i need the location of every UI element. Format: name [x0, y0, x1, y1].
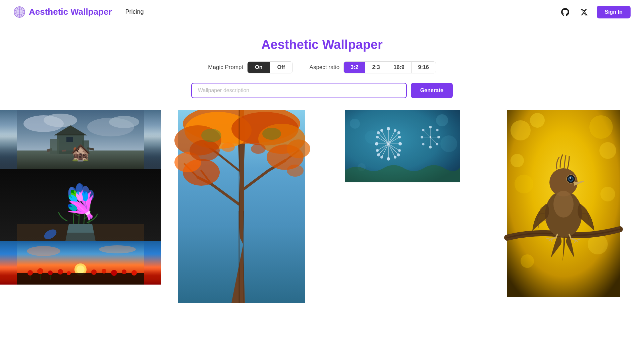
svg-point-142: [570, 177, 571, 179]
svg-line-24: [84, 194, 86, 224]
svg-line-54: [243, 211, 244, 303]
aspect-ratio-label: Aspect ratio: [310, 64, 340, 71]
svg-point-67: [287, 165, 304, 177]
svg-point-27: [69, 187, 74, 196]
svg-point-136: [521, 254, 534, 268]
ruins-image: [0, 110, 161, 169]
svg-point-130: [589, 115, 613, 139]
aspect-ratio-group: Aspect ratio 3:2 2:3 16:9 9:16: [310, 61, 436, 73]
sign-in-button[interactable]: Sign In: [597, 6, 631, 18]
ratio-16-9-button[interactable]: 16:9: [387, 62, 412, 73]
ratio-2-3-button[interactable]: 2:3: [365, 62, 387, 73]
svg-point-41: [48, 270, 53, 275]
list-item[interactable]: [161, 110, 322, 303]
gallery: [0, 110, 644, 303]
logo-area[interactable]: Aesthetic Wallpaper: [13, 6, 112, 18]
svg-point-129: [530, 113, 545, 128]
svg-line-23: [79, 192, 80, 224]
gallery-col-2: [161, 110, 322, 303]
autumn-tree-image: [161, 110, 322, 303]
github-button[interactable]: [559, 6, 571, 18]
toggle-on-button[interactable]: On: [248, 62, 270, 73]
toggle-group: On Off: [247, 61, 292, 73]
wallpaper-description-input[interactable]: [191, 83, 407, 98]
list-item[interactable]: [483, 110, 644, 297]
svg-point-143: [553, 191, 574, 218]
app-header: Aesthetic Wallpaper Pricing Sign In: [0, 0, 644, 24]
svg-point-133: [515, 175, 533, 193]
svg-point-36: [27, 246, 60, 256]
x-icon: [580, 8, 588, 16]
magic-prompt-label: Magic Prompt: [208, 64, 243, 71]
svg-point-35: [76, 265, 85, 274]
svg-line-22: [72, 196, 74, 224]
list-item[interactable]: [0, 241, 161, 285]
svg-point-30: [82, 186, 89, 197]
gallery-col-1: [0, 110, 161, 303]
svg-rect-38: [17, 273, 144, 285]
svg-point-45: [102, 269, 106, 274]
ratio-9-16-button[interactable]: 9:16: [412, 62, 436, 73]
svg-point-63: [287, 139, 310, 158]
header-right: Sign In: [559, 6, 631, 18]
ratio-3-2-button[interactable]: 3:2: [344, 62, 365, 73]
svg-rect-126: [345, 110, 460, 182]
svg-point-37: [99, 245, 136, 253]
svg-point-29: [76, 183, 82, 193]
generate-button[interactable]: Generate: [411, 83, 453, 98]
svg-point-44: [91, 269, 97, 275]
github-icon: [561, 8, 569, 16]
svg-point-48: [131, 270, 137, 276]
svg-point-47: [122, 269, 126, 274]
svg-point-39: [28, 270, 33, 276]
svg-point-68: [201, 129, 221, 142]
svg-point-128: [511, 120, 531, 140]
svg-point-134: [600, 187, 615, 201]
list-item[interactable]: [0, 110, 161, 169]
svg-point-69: [262, 128, 281, 140]
svg-rect-19: [17, 110, 144, 169]
toggle-off-button[interactable]: Off: [270, 62, 292, 73]
svg-point-131: [599, 142, 616, 159]
controls-row: Magic Prompt On Off Aspect ratio 3:2 2:3…: [208, 61, 436, 73]
gallery-col-4: [483, 110, 644, 303]
gallery-col-3: [322, 110, 483, 303]
svg-point-64: [190, 140, 220, 161]
magic-prompt-group: Magic Prompt On Off: [208, 61, 292, 73]
main-content: Aesthetic Wallpaper Magic Prompt On Off …: [0, 24, 644, 303]
svg-point-40: [37, 268, 43, 274]
list-item[interactable]: [0, 169, 161, 241]
ratio-options: 3:2 2:3 16:9 9:16: [343, 61, 436, 73]
globe-icon: [13, 6, 25, 18]
dandelion-image: [322, 110, 483, 182]
search-row: Generate: [191, 83, 453, 98]
tulips-image: [0, 169, 161, 241]
svg-point-42: [58, 269, 63, 275]
bird-image: [483, 110, 644, 297]
pricing-link[interactable]: Pricing: [125, 8, 144, 15]
svg-line-25: [89, 197, 91, 224]
svg-point-132: [511, 154, 524, 167]
svg-point-43: [67, 271, 71, 275]
logo-text: Aesthetic Wallpaper: [29, 7, 112, 17]
svg-point-46: [111, 270, 117, 276]
twitter-x-button[interactable]: [578, 6, 590, 18]
page-title: Aesthetic Wallpaper: [261, 38, 383, 52]
svg-point-31: [87, 190, 94, 200]
main-nav: Pricing: [125, 8, 144, 15]
poppy-image: [0, 241, 161, 285]
svg-point-66: [251, 144, 266, 154]
svg-point-65: [221, 142, 235, 152]
list-item[interactable]: [322, 110, 483, 182]
